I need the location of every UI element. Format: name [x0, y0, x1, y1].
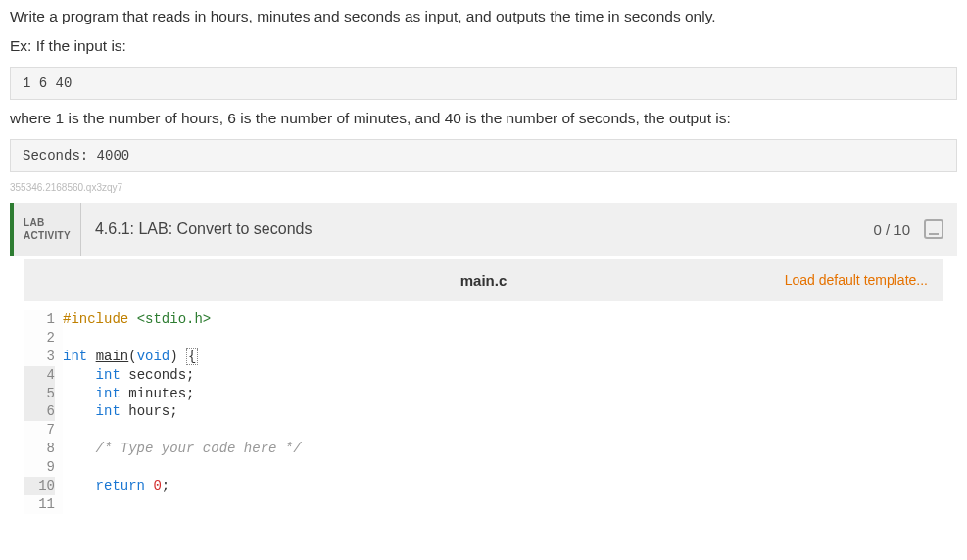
code-editor[interactable]: 1234567891011 #include <stdio.h> int mai…	[24, 301, 943, 514]
file-tab[interactable]: main.c	[460, 272, 508, 289]
code-line[interactable]	[63, 458, 302, 477]
line-number: 10	[24, 477, 55, 495]
collapse-icon[interactable]	[924, 219, 943, 239]
code-line[interactable]	[63, 329, 302, 348]
file-tab-bar: main.c Load default template...	[24, 259, 943, 301]
code-line[interactable]: #include <stdio.h>	[63, 310, 302, 329]
code-line[interactable]: int minutes;	[63, 385, 302, 403]
score-text: 0 / 10	[873, 221, 910, 238]
score-area: 0 / 10	[859, 203, 957, 256]
lab-badge: LAB ACTIVITY	[14, 203, 81, 256]
line-number: 7	[24, 421, 55, 440]
lab-badge-line1: LAB	[24, 216, 71, 229]
line-number: 9	[24, 458, 55, 477]
line-number: 3	[24, 348, 55, 366]
problem-intro: Write a program that reads in hours, min…	[10, 8, 957, 25]
editor-panel: main.c Load default template... 12345678…	[10, 259, 957, 524]
code-line[interactable]: int seconds;	[63, 366, 302, 385]
code-line[interactable]: int main(void) {	[63, 348, 302, 366]
example-input-block: 1 6 40	[10, 67, 957, 100]
code-line[interactable]	[63, 495, 302, 514]
code-line[interactable]	[63, 421, 302, 440]
line-number: 4	[24, 366, 55, 385]
content-id: 355346.2168560.qx3zqy7	[10, 182, 957, 193]
line-number: 8	[24, 440, 55, 458]
example-label: Ex: If the input is:	[10, 37, 957, 55]
activity-header: LAB ACTIVITY 4.6.1: LAB: Convert to seco…	[14, 203, 957, 256]
code-line[interactable]: /* Type your code here */	[63, 440, 302, 458]
line-gutter: 1234567891011	[24, 310, 63, 514]
code-line[interactable]: int hours;	[63, 402, 302, 421]
line-number: 2	[24, 329, 55, 348]
lab-badge-line2: ACTIVITY	[24, 229, 71, 242]
activity-card: LAB ACTIVITY 4.6.1: LAB: Convert to seco…	[10, 203, 957, 256]
code-line[interactable]: return 0;	[63, 477, 302, 495]
line-number: 11	[24, 495, 55, 514]
line-number: 5	[24, 385, 55, 403]
line-number: 1	[24, 310, 55, 329]
example-output-block: Seconds: 4000	[10, 139, 957, 172]
line-number: 6	[24, 402, 55, 421]
example-explain: where 1 is the number of hours, 6 is the…	[10, 110, 957, 127]
code-lines[interactable]: #include <stdio.h> int main(void) { int …	[63, 310, 302, 514]
load-default-template-link[interactable]: Load default template...	[785, 272, 928, 288]
activity-title: 4.6.1: LAB: Convert to seconds	[81, 203, 860, 256]
